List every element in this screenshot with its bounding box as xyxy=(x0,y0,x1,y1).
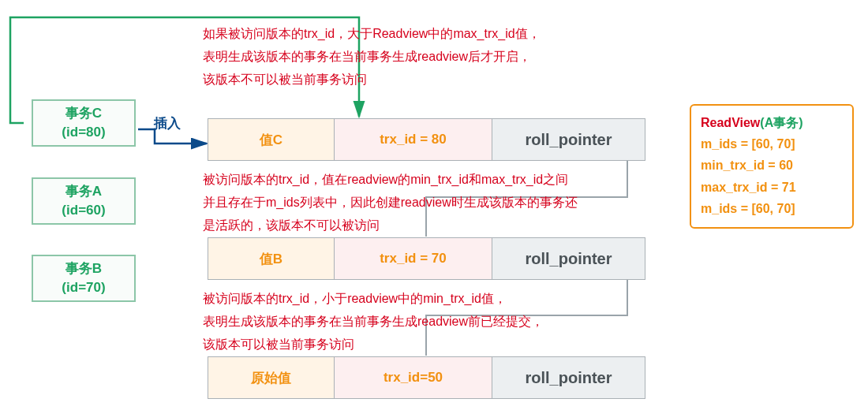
row3-value: 原始值 xyxy=(208,357,335,398)
transaction-a-name: 事务A xyxy=(33,182,134,201)
note-1: 如果被访问版本的trx_id，大于Readview中的max_trx_id值，表… xyxy=(203,23,541,91)
readview-m-ids-1: m_ids = [60, 70] xyxy=(701,133,843,155)
version-row-1: 值C trx_id = 80 roll_pointer xyxy=(208,118,645,161)
transaction-a-id: (id=60) xyxy=(33,201,134,220)
row1-roll-pointer: roll_pointer xyxy=(492,119,645,160)
note-2: 被访问版本的trx_id，值在readview的min_trx_id和max_t… xyxy=(203,169,578,237)
readview-m-ids-2: m_ids = [60, 70] xyxy=(701,198,843,219)
transaction-b-id: (id=70) xyxy=(33,278,134,297)
readview-min-trx-id: min_trx_id = 60 xyxy=(701,155,843,176)
transaction-b-name: 事务B xyxy=(33,259,134,278)
readview-box: ReadView(A事务) m_ids = [60, 70] min_trx_i… xyxy=(690,104,854,229)
readview-max-trx-id: max_trx_id = 71 xyxy=(701,177,843,198)
row2-trx-id: trx_id = 70 xyxy=(335,238,492,279)
transaction-c-box: 事务C (id=80) xyxy=(32,99,136,147)
transaction-b-box: 事务B (id=70) xyxy=(32,255,136,302)
insert-label: 插入 xyxy=(154,114,181,132)
version-row-2: 值B trx_id = 70 roll_pointer xyxy=(208,237,645,280)
readview-title-paren: (A事务) xyxy=(760,116,803,129)
transaction-a-box: 事务A (id=60) xyxy=(32,177,136,225)
version-row-3: 原始值 trx_id=50 roll_pointer xyxy=(208,356,645,399)
row2-roll-pointer: roll_pointer xyxy=(492,238,645,279)
row2-value: 值B xyxy=(208,238,335,279)
row3-trx-id: trx_id=50 xyxy=(335,357,492,398)
readview-title: ReadView(A事务) xyxy=(701,112,843,133)
row1-trx-id: trx_id = 80 xyxy=(335,119,492,160)
row1-value: 值C xyxy=(208,119,335,160)
transaction-c-name: 事务C xyxy=(33,104,134,123)
row3-roll-pointer: roll_pointer xyxy=(492,357,645,398)
readview-title-name: ReadView xyxy=(701,116,760,129)
note-3: 被访问版本的trx_id，小于readview中的min_trx_id值，表明生… xyxy=(203,288,544,356)
transaction-c-id: (id=80) xyxy=(33,123,134,142)
